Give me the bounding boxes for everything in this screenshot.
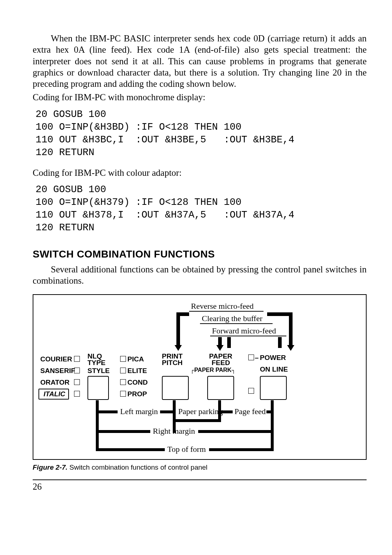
label-paper-park: ┌PAPER PARK┐ [190, 367, 234, 373]
code-block-monochrome: 20 GOSUB 100 100 O=INP(&H3BD) :IF O<128 … [36, 108, 367, 159]
paragraph-mono-label: Coding for IBM-PC with monochrome displa… [33, 92, 367, 103]
label-paper-parking: Paper parking [178, 407, 223, 416]
arrow-down-icon [175, 345, 182, 351]
label-power: POWER [260, 354, 286, 362]
label-page-feed: Page feed [234, 407, 266, 416]
code-block-color: 20 GOSUB 100 100 O=INP(&H379) :IF O<128 … [36, 183, 367, 234]
page-number: 26 [33, 482, 42, 491]
label-cond: COND [127, 378, 148, 386]
checkbox-icon [248, 355, 254, 360]
label-clearing-buffer: Clearing the buffer [202, 314, 262, 323]
page-footer-rule: 26 [33, 479, 367, 492]
paragraph-color-label: Coding for IBM-PC with colour adaptor: [33, 167, 367, 178]
label-online: ON LINE [260, 365, 288, 373]
label-sanserif: SANSERIF [40, 367, 75, 375]
label-pitch: PITCH [162, 359, 183, 367]
control-panel-diagram: Reverse micro-feed Clearing the buffer F… [38, 301, 361, 454]
button-online[interactable] [260, 376, 287, 400]
label-left-margin: Left margin [120, 407, 158, 416]
checkbox-icon [120, 368, 126, 373]
label-orator: ORATOR [40, 378, 70, 386]
checkbox-icon [248, 388, 254, 394]
paragraph-switch-intro: Several additional functions can be obta… [33, 264, 367, 287]
arrow-down-icon [216, 345, 224, 351]
checkbox-icon [120, 356, 126, 362]
arrow-down-icon [287, 345, 294, 351]
label-courier: COURIER [40, 355, 72, 363]
label-right-margin: Right margin [153, 426, 195, 436]
checkbox-icon [120, 391, 126, 397]
figure-caption-text: Switch combination functions of control … [68, 463, 208, 471]
figure-caption-number: Figure 2-7. [33, 463, 68, 471]
checkbox-icon [74, 356, 80, 362]
checkbox-icon [74, 379, 80, 385]
figure-caption: Figure 2-7. Switch combination functions… [33, 463, 367, 471]
label-power-dash: – [255, 354, 259, 362]
button-paper-feed[interactable] [207, 376, 234, 400]
paragraph-intro: When the IBM-PC BASIC interpreter sends … [33, 33, 367, 89]
button-print-pitch[interactable] [162, 376, 189, 400]
figure-frame: Reverse micro-feed Clearing the buffer F… [33, 294, 367, 460]
label-italic: ITALIC [44, 390, 65, 398]
label-top-of-form: Top of form [167, 445, 206, 454]
label-prop: PROP [127, 390, 147, 398]
checkbox-icon [74, 391, 80, 397]
button-nlq-style[interactable] [87, 376, 109, 400]
label-reverse-microfeed: Reverse micro-feed [191, 301, 254, 311]
label-elite: ELITE [127, 367, 147, 375]
label-forward-microfeed: Forward micro-feed [212, 326, 276, 336]
label-feed: FEED [212, 359, 230, 367]
checkbox-icon [120, 379, 126, 385]
checkbox-icon [74, 368, 80, 373]
document-page: When the IBM-PC BASIC interpreter sends … [0, 0, 392, 555]
section-heading: SWITCH COMBINATION FUNCTIONS [33, 248, 367, 260]
underline [189, 311, 264, 312]
label-pica: PICA [127, 355, 144, 363]
label-style: STYLE [87, 367, 110, 375]
underline [210, 336, 286, 336]
label-type: TYPE [87, 359, 106, 367]
underline [200, 323, 273, 324]
